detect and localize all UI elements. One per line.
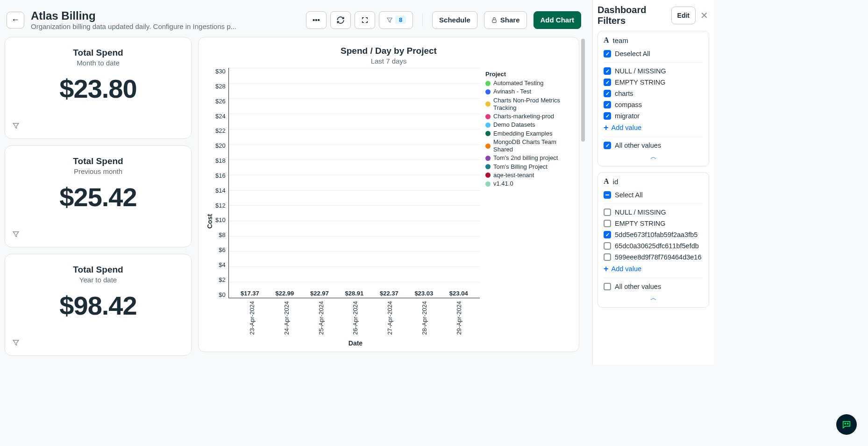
filter-select-all-label: Deselect All xyxy=(615,50,650,58)
text-type-icon: A xyxy=(604,177,609,186)
more-button[interactable]: ••• xyxy=(306,11,327,29)
collapse-toggle[interactable]: ︿ xyxy=(604,292,703,302)
filter-select-all[interactable]: Deselect All xyxy=(604,48,703,59)
filter-field-header: A id xyxy=(604,177,703,186)
filter-icon[interactable] xyxy=(12,230,20,240)
filter-option[interactable]: NULL / MISSING xyxy=(604,207,703,218)
checkbox-icon xyxy=(604,67,611,75)
filter-option-label: migrator xyxy=(615,112,640,120)
legend-label: Charts Non-Prod Metrics Tracking xyxy=(493,97,571,112)
filter-option-label: NULL / MISSING xyxy=(615,67,666,75)
legend-swatch xyxy=(485,164,491,169)
legend-item[interactable]: Avinash - Test xyxy=(485,88,571,95)
filter-option-label: EMPTY STRING xyxy=(615,220,666,227)
legend-item[interactable]: MongoDB Charts Team Shared xyxy=(485,138,571,154)
filters-button[interactable]: 8 xyxy=(379,11,413,29)
filter-option[interactable]: migrator xyxy=(604,110,703,122)
filter-option[interactable]: NULL / MISSING xyxy=(604,65,703,77)
x-tick-label: 29-Apr-2024 xyxy=(455,301,462,335)
filter-option[interactable]: 599eee8d9f78f769464d3e16 xyxy=(604,252,703,263)
bar-group: $23.04 xyxy=(446,290,472,298)
fullscreen-button[interactable] xyxy=(355,11,375,29)
bars-area: $17.37$22.99$22.97$28.91$22.37$23.03$23.… xyxy=(229,68,480,298)
add-chart-button[interactable]: Add Chart xyxy=(534,11,582,29)
legend-label: Tom's 2nd billing project xyxy=(493,154,558,162)
filter-field-name: team xyxy=(613,36,628,44)
bar-group: $22.97 xyxy=(306,290,333,298)
filter-option-label: compass xyxy=(615,101,642,108)
checkbox-icon xyxy=(604,79,611,86)
filter-card: A team Deselect All NULL / MISSING EMPTY… xyxy=(598,31,709,166)
filter-option[interactable]: charts xyxy=(604,88,703,99)
legend-label: Automated Testing xyxy=(493,79,543,87)
bar-total-label: $22.99 xyxy=(276,290,294,297)
kpi-value: $23.80 xyxy=(59,73,136,104)
checkbox-icon xyxy=(604,112,611,120)
filter-all-other[interactable]: All other values xyxy=(604,140,703,151)
collapse-toggle[interactable]: ︿ xyxy=(604,151,703,161)
scrollbar[interactable] xyxy=(581,37,586,358)
filter-icon[interactable] xyxy=(12,122,20,132)
legend-swatch xyxy=(485,81,491,86)
legend-swatch xyxy=(485,114,491,119)
legend-item[interactable]: Tom's 2nd billing project xyxy=(485,154,571,162)
legend-label: aqe-test-tenant xyxy=(493,172,534,179)
x-tick-label: 27-Apr-2024 xyxy=(386,301,393,335)
bar-total-label: $28.91 xyxy=(345,290,363,297)
kpi-card: Total Spend Previous month $25.42 xyxy=(5,145,192,247)
checkbox-icon xyxy=(604,220,611,227)
legend-label: Embedding Examples xyxy=(493,130,552,137)
bar-total-label: $17.37 xyxy=(241,290,259,297)
schedule-button[interactable]: Schedule xyxy=(432,11,477,29)
filter-all-other[interactable]: All other values xyxy=(604,281,703,292)
kpi-subtitle: Previous month xyxy=(74,167,122,175)
checkbox-icon xyxy=(604,50,611,58)
legend-swatch xyxy=(485,173,491,178)
legend-item[interactable]: Charts-marketing-prod xyxy=(485,113,571,120)
filter-option[interactable]: 5dd5e673f10fab59f2aa3fb5 xyxy=(604,229,703,240)
filter-option[interactable]: 65dc0a30625dfc611bf5efdb xyxy=(604,240,703,252)
filter-icon[interactable] xyxy=(12,338,20,349)
legend-item[interactable]: Tom's Billing Project xyxy=(485,163,571,171)
svg-rect-0 xyxy=(492,20,496,22)
legend-swatch xyxy=(485,156,491,161)
add-value-button[interactable]: + Add value xyxy=(604,263,703,275)
x-tick-label: 24-Apr-2024 xyxy=(283,301,290,335)
x-tick-label: 23-Apr-2024 xyxy=(249,301,256,335)
back-button[interactable]: ← xyxy=(7,12,24,29)
filter-select-all-label: Select All xyxy=(615,191,643,199)
legend-item[interactable]: Embedding Examples xyxy=(485,130,571,137)
chart-card: Spend / Day by Project Last 7 days Cost … xyxy=(198,37,579,352)
share-button[interactable]: Share xyxy=(484,11,527,29)
dashboard-header: ← Atlas Billing Organization billing dat… xyxy=(0,0,592,37)
checkbox-icon xyxy=(604,142,611,149)
x-axis-label: Date xyxy=(231,339,480,347)
filter-option[interactable]: EMPTY STRING xyxy=(604,77,703,88)
checkbox-icon xyxy=(604,101,611,108)
checkbox-icon xyxy=(604,242,611,250)
legend-label: Avinash - Test xyxy=(493,88,531,95)
legend-swatch xyxy=(485,101,491,107)
filter-select-all[interactable]: Select All xyxy=(604,189,703,201)
close-icon[interactable]: ✕ xyxy=(699,10,709,21)
refresh-button[interactable] xyxy=(330,11,351,29)
filter-option[interactable]: EMPTY STRING xyxy=(604,218,703,229)
legend-item[interactable]: aqe-test-tenant xyxy=(485,172,571,179)
filters-panel: Dashboard Filters Edit ✕ A team Deselect… xyxy=(592,0,714,365)
legend-item[interactable]: Charts Non-Prod Metrics Tracking xyxy=(485,97,571,112)
filters-edit-button[interactable]: Edit xyxy=(671,7,696,24)
legend-label: Demo Datasets xyxy=(493,121,535,129)
kpi-value: $25.42 xyxy=(59,182,136,212)
legend-item[interactable]: Demo Datasets xyxy=(485,121,571,129)
legend-item[interactable]: Automated Testing xyxy=(485,79,571,87)
bar-group: $23.03 xyxy=(411,290,437,298)
filter-option-label: 599eee8d9f78f769464d3e16 xyxy=(615,253,701,261)
filter-option[interactable]: compass xyxy=(604,99,703,110)
filter-option-label: charts xyxy=(615,90,633,97)
legend-item[interactable]: v1.41.0 xyxy=(485,180,571,187)
kpi-card: Total Spend Year to date $98.42 xyxy=(5,254,192,356)
filter-card: A id Select All NULL / MISSING EMPTY STR… xyxy=(598,172,709,308)
text-type-icon: A xyxy=(604,36,609,44)
legend-label: Tom's Billing Project xyxy=(493,163,548,171)
add-value-button[interactable]: + Add value xyxy=(604,122,703,134)
